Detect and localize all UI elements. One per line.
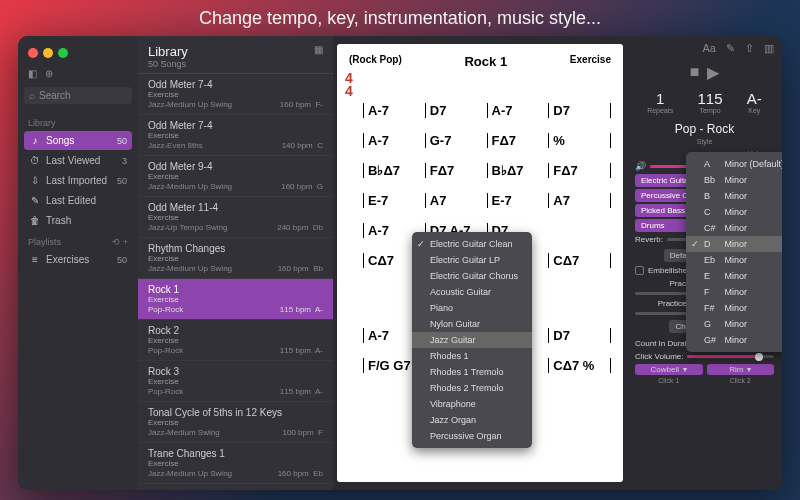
- grid-icon[interactable]: ▦: [314, 44, 323, 69]
- sidebar-item-trash[interactable]: 🗑Trash: [24, 211, 132, 230]
- sidebar-item-last-imported[interactable]: ⇩Last Imported50: [24, 171, 132, 190]
- song-row[interactable]: Odd Meter 9-4ExerciseJazz-Medium Up Swin…: [138, 156, 333, 197]
- text-size-icon[interactable]: Aa: [703, 42, 716, 55]
- style-label: Style: [635, 138, 774, 145]
- sidebar-item-songs[interactable]: ♪Songs50: [24, 131, 132, 150]
- chord-cell[interactable]: B♭Δ7: [363, 163, 425, 178]
- library-title: Library: [148, 44, 188, 59]
- columns-icon[interactable]: ▥: [764, 42, 774, 55]
- song-row[interactable]: Tonal Cycle of 5ths in 12 KeysExerciseJa…: [138, 402, 333, 443]
- key-menu-item[interactable]: C# Minor: [686, 220, 782, 236]
- shuffle-icon[interactable]: ⟲ +: [112, 237, 128, 247]
- chord-cell[interactable]: CΔ7 %: [548, 358, 611, 373]
- key-menu-item[interactable]: G# Minor: [686, 332, 782, 348]
- chord-cell[interactable]: FΔ7: [425, 163, 487, 178]
- share-icon[interactable]: ⇧: [745, 42, 754, 55]
- chord-cell[interactable]: G-7: [425, 133, 487, 148]
- song-row[interactable]: Rock 2ExercisePop-Rock115 bpm A-: [138, 320, 333, 361]
- key-menu-item[interactable]: E Minor: [686, 268, 782, 284]
- chord-cell[interactable]: D7: [548, 103, 611, 118]
- chord-cell[interactable]: A7: [425, 193, 487, 208]
- nav-label: Songs: [46, 135, 74, 146]
- search-input[interactable]: ⌕ Search: [24, 87, 132, 104]
- clickvol-label: Click Volume:: [635, 352, 683, 361]
- click-volume-slider[interactable]: [687, 355, 774, 358]
- sidebar-toggle-icon[interactable]: ◧: [28, 68, 37, 79]
- search-placeholder: Search: [39, 90, 71, 101]
- chord-cell[interactable]: D7: [548, 328, 611, 343]
- key-menu-item[interactable]: Bb Minor: [686, 172, 782, 188]
- menu-item[interactable]: Acoustic Guitar: [412, 284, 532, 300]
- chord-cell[interactable]: FΔ7: [487, 133, 549, 148]
- tempo-readout[interactable]: 115Tempo: [698, 90, 723, 114]
- song-row[interactable]: Trane Changes 1ExerciseJazz-Medium Up Sw…: [138, 443, 333, 484]
- menu-item[interactable]: Jazz Organ: [412, 412, 532, 428]
- menu-item[interactable]: Rhodes 1 Tremolo: [412, 364, 532, 380]
- zoom-icon[interactable]: [58, 48, 68, 58]
- key-menu-item[interactable]: G Minor: [686, 316, 782, 332]
- sheet-tag: Exercise: [570, 54, 611, 69]
- sidebar-item-last-viewed[interactable]: ⏱Last Viewed3: [24, 151, 132, 170]
- key-menu-item[interactable]: F# Minor: [686, 300, 782, 316]
- search-icon: ⌕: [29, 90, 35, 101]
- playlist-item[interactable]: ≡Exercises50: [24, 250, 132, 269]
- instrument-menu[interactable]: ✓Electric Guitar CleanElectric Guitar LP…: [412, 232, 532, 448]
- chord-cell[interactable]: FΔ7: [548, 163, 611, 178]
- play-button[interactable]: ▶: [707, 63, 719, 82]
- repeats-readout[interactable]: 1Repeats: [647, 90, 673, 114]
- edit-icon[interactable]: ✎: [726, 42, 735, 55]
- menu-item[interactable]: Rhodes 1: [412, 348, 532, 364]
- menu-item[interactable]: ✓Electric Guitar Clean: [412, 236, 532, 252]
- chord-cell[interactable]: %: [548, 133, 611, 148]
- globe-icon[interactable]: ⊕: [45, 68, 53, 79]
- key-menu-item[interactable]: F Minor: [686, 284, 782, 300]
- menu-item[interactable]: Rhodes 2 Tremolo: [412, 380, 532, 396]
- song-row[interactable]: Odd Meter 7-4ExerciseJazz-Even 8ths140 b…: [138, 115, 333, 156]
- nav-icon: ♪: [29, 135, 41, 146]
- song-row[interactable]: Rock 1ExercisePop-Rock115 bpm A-: [138, 279, 333, 320]
- chord-cell[interactable]: A7: [548, 193, 611, 208]
- menu-item[interactable]: Jazz Guitar: [412, 332, 532, 348]
- stop-button[interactable]: ■: [690, 63, 700, 82]
- nav-icon: ⏱: [29, 155, 41, 166]
- chord-cell[interactable]: E-7: [363, 193, 425, 208]
- key-menu[interactable]: A Minor (Default)Bb MinorB MinorC MinorC…: [686, 152, 782, 352]
- menu-item[interactable]: Nylon Guitar: [412, 316, 532, 332]
- nav-icon: ⇩: [29, 175, 41, 186]
- minimize-icon[interactable]: [43, 48, 53, 58]
- key-readout[interactable]: A-Key: [747, 90, 762, 114]
- nav-label: Last Viewed: [46, 155, 100, 166]
- menu-item[interactable]: Electric Guitar LP: [412, 252, 532, 268]
- chord-cell[interactable]: A-7: [363, 103, 425, 118]
- key-menu-item[interactable]: C Minor: [686, 204, 782, 220]
- nav-count: 50: [117, 136, 127, 146]
- click2-select[interactable]: Rim ▾: [707, 364, 775, 375]
- banner-text: Change tempo, key, instrumentation, musi…: [0, 0, 800, 36]
- chord-cell[interactable]: B♭Δ7: [487, 163, 549, 178]
- key-menu-item[interactable]: ✓D Minor: [686, 236, 782, 252]
- click1-select[interactable]: Cowbell ▾: [635, 364, 703, 375]
- chord-cell[interactable]: D7: [425, 103, 487, 118]
- menu-item[interactable]: Vibraphone: [412, 396, 532, 412]
- nav-count: 3: [122, 156, 127, 166]
- menu-item[interactable]: Percussive Organ: [412, 428, 532, 444]
- chord-cell[interactable]: A-7: [363, 133, 425, 148]
- key-menu-item[interactable]: B Minor: [686, 188, 782, 204]
- menu-item[interactable]: Piano: [412, 300, 532, 316]
- close-icon[interactable]: [28, 48, 38, 58]
- chord-cell[interactable]: E-7: [487, 193, 549, 208]
- song-row[interactable]: Rhythm ChangesExerciseJazz-Medium Up Swi…: [138, 238, 333, 279]
- sidebar: ◧ ⊕ ⌕ Search Library ♪Songs50⏱Last Viewe…: [18, 36, 138, 490]
- sidebar-item-last-edited[interactable]: ✎Last Edited: [24, 191, 132, 210]
- style-select[interactable]: Pop - Rock: [635, 120, 774, 138]
- key-menu-item[interactable]: Eb Minor: [686, 252, 782, 268]
- song-row[interactable]: Odd Meter 7-4ExerciseJazz-Medium Up Swin…: [138, 74, 333, 115]
- key-menu-item[interactable]: A Minor (Default): [686, 156, 782, 172]
- menu-item[interactable]: Electric Guitar Chorus: [412, 268, 532, 284]
- song-row[interactable]: Rock 3ExercisePop-Rock115 bpm A-: [138, 361, 333, 402]
- song-row[interactable]: Odd Meter 11-4ExerciseJazz-Up Tempo Swin…: [138, 197, 333, 238]
- song-row[interactable]: Trane Changes 2ExerciseJazz-Medium Up Sw…: [138, 484, 333, 490]
- library-subtitle: 50 Songs: [148, 59, 188, 69]
- chord-cell[interactable]: CΔ7: [548, 253, 611, 268]
- chord-cell[interactable]: A-7: [487, 103, 549, 118]
